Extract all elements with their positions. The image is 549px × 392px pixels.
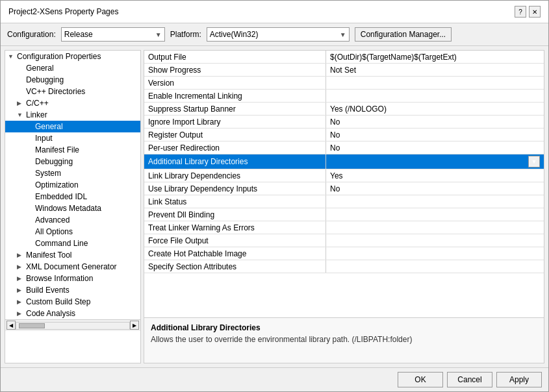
- properties-rows: Output File$(OutDir)$(TargetName)$(Targe…: [144, 51, 544, 273]
- tree-item-linker-debugging[interactable]: Debugging: [5, 156, 140, 167]
- prop-value-create-hot-patchable: [326, 247, 544, 260]
- prop-value-output-file: $(OutDir)$(TargetName)$(TargetExt): [326, 51, 544, 63]
- prop-row-per-user-redir[interactable]: Per-user RedirectionNo: [144, 141, 544, 154]
- tree-label-linker-general: General: [35, 122, 63, 131]
- property-pages-dialog: Project2-XSens Property Pages ? ✕ Config…: [0, 0, 549, 392]
- prop-row-enable-incremental[interactable]: Enable Incremental Linking: [144, 90, 544, 103]
- tree-label-linker-system: System: [35, 169, 61, 178]
- prop-row-specify-section[interactable]: Specify Section Attributes: [144, 260, 544, 273]
- scroll-left-btn[interactable]: ◀: [6, 321, 16, 330]
- prop-value-show-progress: Not Set: [326, 64, 544, 76]
- description-panel: Additional Library Directories Allows th…: [144, 317, 544, 363]
- prop-row-register-output[interactable]: Register OutputNo: [144, 129, 544, 141]
- prop-row-suppress-banner[interactable]: Suppress Startup BannerYes (/NOLOGO): [144, 103, 544, 116]
- tree-item-custom-build[interactable]: ▶Custom Build Step: [5, 296, 140, 308]
- tree-label-linker-embedded-idl: Embedded IDL: [35, 192, 87, 201]
- tree-item-cpp[interactable]: ▶C/C++: [5, 97, 140, 109]
- prop-name-register-output: Register Output: [144, 129, 326, 141]
- ok-button[interactable]: OK: [398, 372, 443, 387]
- prop-row-force-file-output[interactable]: Force File Output: [144, 234, 544, 247]
- cancel-button[interactable]: Cancel: [447, 372, 492, 387]
- bottom-bar: OK Cancel Apply: [1, 367, 548, 391]
- tree-label-build-events: Build Events: [26, 286, 70, 295]
- expand-icon-code-analysis: ▶: [17, 310, 26, 317]
- tree-item-debugging[interactable]: Debugging: [5, 74, 140, 86]
- tree-item-manifest-tool[interactable]: ▶Manifest Tool: [5, 249, 140, 261]
- main-content: ▼Configuration PropertiesGeneralDebuggin…: [1, 46, 548, 367]
- tree-item-linker-win-metadata[interactable]: Windows Metadata: [5, 202, 140, 214]
- tree-item-linker-embedded-idl[interactable]: Embedded IDL: [5, 191, 140, 202]
- prop-name-force-file-output: Force File Output: [144, 234, 326, 247]
- platform-label: Platform:: [170, 30, 201, 39]
- prop-row-output-file[interactable]: Output File$(OutDir)$(TargetName)$(Targe…: [144, 51, 544, 64]
- close-button[interactable]: ✕: [529, 6, 541, 18]
- tree-item-linker-manifest[interactable]: Manifest File: [5, 144, 140, 156]
- prop-name-create-hot-patchable: Create Hot Patchable Image: [144, 247, 326, 260]
- prop-dropdown-btn-additional-lib-dirs[interactable]: ▼: [528, 156, 540, 167]
- tree-label-config-props: Configuration Properties: [17, 52, 101, 61]
- apply-button[interactable]: Apply: [496, 372, 542, 387]
- prop-name-prevent-dll-binding: Prevent Dll Binding: [144, 208, 326, 221]
- config-bar: Configuration: Release ▼ Platform: Activ…: [1, 23, 548, 46]
- tree-label-linker-all-options: All Options: [35, 227, 73, 236]
- tree-item-linker-command-line[interactable]: Command Line: [5, 238, 140, 249]
- tree-item-linker-general[interactable]: General: [5, 121, 140, 132]
- expand-icon-xml-doc-gen: ▶: [17, 263, 26, 270]
- prop-value-use-lib-dep-inputs: No: [326, 182, 544, 195]
- tree-item-linker-system[interactable]: System: [5, 167, 140, 179]
- scroll-right-btn[interactable]: ▶: [130, 321, 139, 330]
- expand-icon-manifest-tool: ▶: [17, 252, 26, 258]
- tree-item-build-events[interactable]: ▶Build Events: [5, 284, 140, 296]
- description-text: Allows the user to override the environm…: [151, 335, 537, 344]
- prop-value-treat-linker-warnings: [326, 221, 544, 234]
- left-tree-panel: ▼Configuration PropertiesGeneralDebuggin…: [5, 50, 141, 363]
- tree-item-linker-optimization[interactable]: Optimization: [5, 179, 140, 191]
- tree-item-code-analysis[interactable]: ▶Code Analysis: [5, 308, 140, 319]
- prop-row-treat-linker-warnings[interactable]: Treat Linker Warning As Errors: [144, 221, 544, 234]
- tree-item-linker-advanced[interactable]: Advanced: [5, 214, 140, 226]
- prop-value-ignore-import: No: [326, 116, 544, 128]
- tree-item-xml-doc-gen[interactable]: ▶XML Document Generator: [5, 261, 140, 273]
- tree-item-vc-dirs[interactable]: VC++ Directories: [5, 86, 140, 97]
- prop-value-additional-lib-dirs: ▼: [326, 154, 544, 169]
- prop-row-ignore-import[interactable]: Ignore Import LibraryNo: [144, 116, 544, 129]
- tree-item-browse-info[interactable]: ▶Browse Information: [5, 273, 140, 284]
- prop-value-register-output: No: [326, 129, 544, 141]
- description-title: Additional Library Directories: [151, 323, 537, 332]
- help-button[interactable]: ?: [515, 6, 526, 18]
- prop-row-link-status[interactable]: Link Status: [144, 195, 544, 208]
- platform-select[interactable]: Active(Win32) ▼: [207, 27, 350, 42]
- prop-row-use-lib-dep-inputs[interactable]: Use Library Dependency InputsNo: [144, 182, 544, 195]
- prop-value-prevent-dll-binding: [326, 208, 544, 221]
- tree-label-browse-info: Browse Information: [26, 274, 93, 283]
- title-bar-buttons: ? ✕: [515, 6, 541, 18]
- prop-name-per-user-redir: Per-user Redirection: [144, 141, 326, 154]
- prop-value-link-lib-deps: Yes: [326, 169, 544, 182]
- tree-item-general[interactable]: General: [5, 62, 140, 74]
- tree-label-vc-dirs: VC++ Directories: [26, 87, 85, 96]
- prop-row-link-lib-deps[interactable]: Link Library DependenciesYes: [144, 169, 544, 182]
- config-manager-button[interactable]: Configuration Manager...: [355, 27, 452, 42]
- tree-item-linker-all-options[interactable]: All Options: [5, 226, 140, 238]
- prop-name-link-lib-deps: Link Library Dependencies: [144, 169, 326, 182]
- tree-item-linker-input[interactable]: Input: [5, 132, 140, 144]
- tree-label-linker-win-metadata: Windows Metadata: [35, 204, 101, 213]
- prop-value-enable-incremental: [326, 90, 544, 102]
- properties-grid: Output File$(OutDir)$(TargetName)$(Targe…: [144, 51, 544, 317]
- prop-value-version: [326, 77, 544, 89]
- tree-label-code-analysis: Code Analysis: [26, 309, 75, 318]
- prop-row-additional-lib-dirs[interactable]: Additional Library Directories▼: [144, 154, 544, 169]
- prop-name-specify-section: Specify Section Attributes: [144, 260, 326, 273]
- tree-label-linker-optimization: Optimization: [35, 180, 79, 190]
- prop-name-treat-linker-warnings: Treat Linker Warning As Errors: [144, 221, 326, 234]
- tree-item-linker[interactable]: ▼Linker: [5, 109, 140, 121]
- prop-row-show-progress[interactable]: Show ProgressNot Set: [144, 64, 544, 77]
- tree-label-linker-input: Input: [35, 134, 53, 143]
- prop-row-prevent-dll-binding[interactable]: Prevent Dll Binding: [144, 208, 544, 221]
- prop-row-create-hot-patchable[interactable]: Create Hot Patchable Image: [144, 247, 544, 260]
- configuration-select[interactable]: Release ▼: [61, 27, 165, 42]
- horizontal-scrollbar[interactable]: [16, 322, 130, 330]
- tree-item-config-props[interactable]: ▼Configuration Properties: [5, 51, 140, 62]
- prop-row-version[interactable]: Version: [144, 77, 544, 90]
- tree-label-manifest-tool: Manifest Tool: [26, 251, 71, 260]
